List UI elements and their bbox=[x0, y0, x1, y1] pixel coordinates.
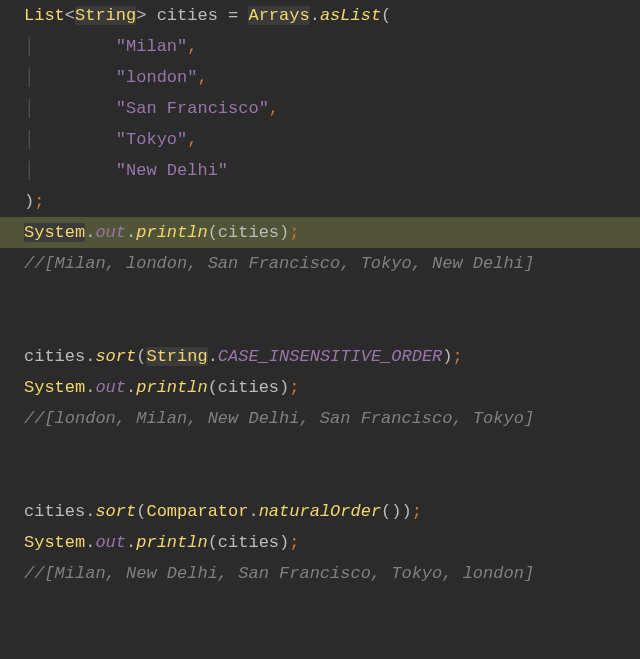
paren-open: ( bbox=[208, 533, 218, 552]
code-editor[interactable]: List<String> cities = Arrays.asList( │ "… bbox=[0, 0, 640, 659]
dot: . bbox=[126, 378, 136, 397]
method-println: println bbox=[136, 533, 207, 552]
semicolon: ; bbox=[453, 347, 463, 366]
dot: . bbox=[310, 6, 320, 25]
comma: , bbox=[187, 130, 197, 149]
dot: . bbox=[85, 502, 95, 521]
paren-open: ( bbox=[136, 502, 146, 521]
const-case-insensitive-order: CASE_INSENSITIVE_ORDER bbox=[218, 347, 442, 366]
class-system: System bbox=[24, 533, 85, 552]
paren-close: ) bbox=[279, 378, 289, 397]
dot: . bbox=[85, 223, 95, 242]
paren-open: ( bbox=[208, 378, 218, 397]
code-line[interactable]: //[london, Milan, New Delhi, San Francis… bbox=[0, 403, 640, 434]
space bbox=[218, 6, 228, 25]
paren-open: ( bbox=[136, 347, 146, 366]
code-line-empty[interactable] bbox=[0, 434, 640, 465]
string-literal: "london" bbox=[116, 68, 198, 87]
arg-cities: cities bbox=[218, 533, 279, 552]
code-line[interactable]: │ "San Francisco", bbox=[0, 93, 640, 124]
method-println: println bbox=[136, 378, 207, 397]
type-string: String bbox=[75, 6, 136, 25]
code-line[interactable]: │ "london", bbox=[0, 62, 640, 93]
paren-close: ) bbox=[442, 347, 452, 366]
indent bbox=[34, 161, 116, 180]
code-line[interactable]: System.out.println(cities); bbox=[0, 527, 640, 558]
indent bbox=[34, 68, 116, 87]
angle-open: < bbox=[65, 6, 75, 25]
indent-guide: │ bbox=[24, 130, 34, 149]
string-literal: "Tokyo" bbox=[116, 130, 187, 149]
semicolon: ; bbox=[289, 378, 299, 397]
class-system: System bbox=[24, 378, 85, 397]
paren-open: ( bbox=[208, 223, 218, 242]
arg-cities: cities bbox=[218, 378, 279, 397]
semicolon: ; bbox=[289, 533, 299, 552]
code-line-empty[interactable] bbox=[0, 310, 640, 341]
dot: . bbox=[126, 223, 136, 242]
field-out: out bbox=[95, 223, 126, 242]
code-line[interactable]: │ "Tokyo", bbox=[0, 124, 640, 155]
dot: . bbox=[126, 533, 136, 552]
indent bbox=[34, 37, 116, 56]
var-cities: cities bbox=[157, 6, 218, 25]
semicolon: ; bbox=[412, 502, 422, 521]
comma: , bbox=[197, 68, 207, 87]
method-sort: sort bbox=[95, 502, 136, 521]
code-line[interactable]: cities.sort(String.CASE_INSENSITIVE_ORDE… bbox=[0, 341, 640, 372]
paren-close: ) bbox=[402, 502, 412, 521]
field-out: out bbox=[95, 378, 126, 397]
class-comparator: Comparator bbox=[146, 502, 248, 521]
paren-close: ) bbox=[391, 502, 401, 521]
semicolon: ; bbox=[289, 223, 299, 242]
comment: //[london, Milan, New Delhi, San Francis… bbox=[24, 409, 534, 428]
type-list: List bbox=[24, 6, 65, 25]
indent bbox=[34, 130, 116, 149]
code-line[interactable]: │ "Milan", bbox=[0, 31, 640, 62]
string-literal: "Milan" bbox=[116, 37, 187, 56]
code-line-empty[interactable] bbox=[0, 465, 640, 496]
comma: , bbox=[187, 37, 197, 56]
angle-close: > bbox=[136, 6, 146, 25]
method-naturalorder: naturalOrder bbox=[259, 502, 381, 521]
code-line[interactable]: cities.sort(Comparator.naturalOrder()); bbox=[0, 496, 640, 527]
code-line[interactable]: List<String> cities = Arrays.asList( bbox=[0, 0, 640, 31]
indent-guide: │ bbox=[24, 37, 34, 56]
code-line[interactable]: │ "New Delhi" bbox=[0, 155, 640, 186]
code-line[interactable]: //[Milan, london, San Francisco, Tokyo, … bbox=[0, 248, 640, 279]
dot: . bbox=[248, 502, 258, 521]
equals: = bbox=[228, 6, 238, 25]
field-out: out bbox=[95, 533, 126, 552]
code-line-current[interactable]: System.out.println(cities); bbox=[0, 217, 640, 248]
comment: //[Milan, london, San Francisco, Tokyo, … bbox=[24, 254, 534, 273]
method-println: println bbox=[136, 223, 207, 242]
class-arrays: Arrays bbox=[248, 6, 309, 25]
class-system: System bbox=[24, 223, 85, 242]
space bbox=[146, 6, 156, 25]
indent-guide: │ bbox=[24, 99, 34, 118]
dot: . bbox=[85, 378, 95, 397]
indent-guide: │ bbox=[24, 161, 34, 180]
var-cities: cities bbox=[24, 502, 85, 521]
indent-guide: │ bbox=[24, 68, 34, 87]
dot: . bbox=[85, 347, 95, 366]
code-line[interactable]: System.out.println(cities); bbox=[0, 372, 640, 403]
class-string: String bbox=[146, 347, 207, 366]
semicolon: ; bbox=[34, 192, 44, 211]
comma: , bbox=[269, 99, 279, 118]
indent bbox=[34, 99, 116, 118]
paren-close: ) bbox=[279, 533, 289, 552]
code-line[interactable]: //[Milan, New Delhi, San Francisco, Toky… bbox=[0, 558, 640, 589]
paren-close: ) bbox=[279, 223, 289, 242]
code-line-empty[interactable] bbox=[0, 279, 640, 310]
string-literal: "New Delhi" bbox=[116, 161, 228, 180]
arg-cities: cities bbox=[218, 223, 279, 242]
code-line[interactable]: ); bbox=[0, 186, 640, 217]
space bbox=[238, 6, 248, 25]
paren-close: ) bbox=[24, 192, 34, 211]
method-sort: sort bbox=[95, 347, 136, 366]
dot: . bbox=[85, 533, 95, 552]
var-cities: cities bbox=[24, 347, 85, 366]
string-literal: "San Francisco" bbox=[116, 99, 269, 118]
paren-open: ( bbox=[381, 502, 391, 521]
